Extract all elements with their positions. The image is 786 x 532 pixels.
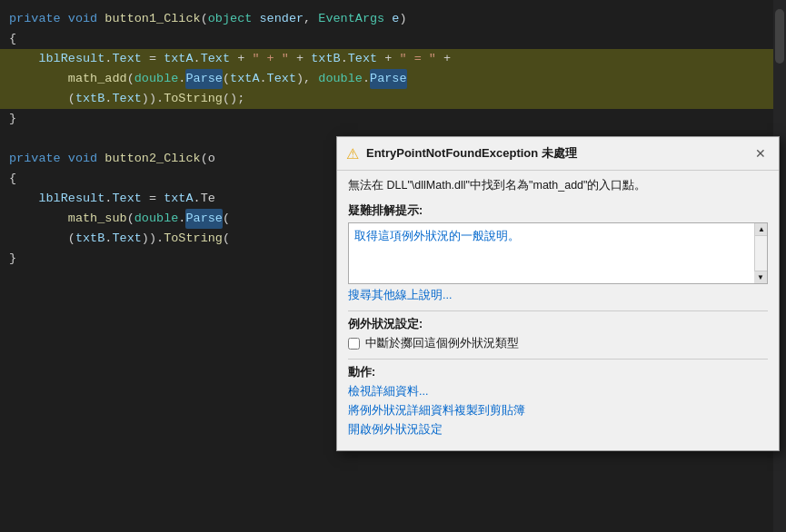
kw-private: private: [9, 9, 68, 29]
divider-2: [348, 359, 768, 360]
parse-highlight-3: Parse: [185, 209, 223, 229]
checkbox-row: 中斷於擲回這個例外狀況類型: [348, 336, 768, 351]
dialog-body: 無法在 DLL"\dllMath.dll"中找到名為"math_add"的入口點…: [337, 171, 779, 450]
checkbox-label: 中斷於擲回這個例外狀況類型: [365, 336, 519, 351]
code-line-2: {: [0, 29, 786, 49]
action-view-details[interactable]: 檢視詳細資料...: [348, 384, 768, 399]
break-on-throw-checkbox[interactable]: [348, 338, 360, 350]
exception-settings-title: 例外狀況設定:: [348, 317, 768, 332]
exception-settings-section: 例外狀況設定: 中斷於擲回這個例外狀況類型: [348, 317, 768, 351]
hint-box: 取得這項例外狀況的一般說明。 ▲ ▼: [348, 222, 768, 284]
close-button[interactable]: ✕: [751, 144, 770, 163]
error-message: 無法在 DLL"\dllMath.dll"中找到名為"math_add"的入口點…: [348, 178, 768, 194]
parse-highlight-2: Parse: [370, 69, 407, 89]
fn-math-sub: math_sub: [68, 209, 127, 229]
code-line-4: math_add(double.Parse(txtA.Text), double…: [0, 69, 786, 89]
hint-section-title: 疑難排解提示:: [348, 203, 768, 219]
warning-icon: ⚠: [346, 145, 359, 163]
dialog-title: EntryPointNotFoundException 未處理: [366, 145, 744, 162]
code-line-6: }: [0, 109, 786, 129]
code-line-5: (txtB.Text)).ToString();: [0, 89, 786, 109]
divider-1: [348, 310, 768, 311]
exception-dialog: ⚠ EntryPointNotFoundException 未處理 ✕ 無法在 …: [336, 136, 780, 451]
fn-button1: button1_Click: [104, 9, 200, 29]
parse-highlight-1: Parse: [185, 69, 223, 89]
action-open-settings[interactable]: 開啟例外狀況設定: [348, 422, 768, 438]
search-link[interactable]: 搜尋其他線上說明...: [348, 288, 768, 303]
actions-title: 動作:: [348, 365, 768, 380]
fn-math-add: math_add: [68, 69, 127, 89]
kw-void: void: [68, 9, 105, 29]
hint-scrollbar[interactable]: ▲ ▼: [754, 223, 767, 283]
action-copy-details[interactable]: 將例外狀況詳細資料複製到剪貼簿: [348, 403, 768, 419]
scrollbar-down-arrow[interactable]: ▼: [754, 271, 767, 283]
scrollbar-up-arrow[interactable]: ▲: [755, 223, 768, 236]
scrollbar-thumb[interactable]: [775, 9, 784, 64]
code-line-3: lblResult.Text = txtA.Text + " + " + txt…: [0, 49, 786, 69]
hint-link[interactable]: 取得這項例外狀況的一般說明。: [349, 223, 767, 244]
code-line-1: private void button1_Click(object sender…: [0, 9, 786, 29]
hint-section: 疑難排解提示: 取得這項例外狀況的一般說明。 ▲ ▼ 搜尋其他線上說明...: [348, 203, 768, 303]
dialog-titlebar: ⚠ EntryPointNotFoundException 未處理 ✕: [337, 137, 779, 171]
actions-section: 動作: 檢視詳細資料... 將例外狀況詳細資料複製到剪貼簿 開啟例外狀況設定: [348, 365, 768, 438]
